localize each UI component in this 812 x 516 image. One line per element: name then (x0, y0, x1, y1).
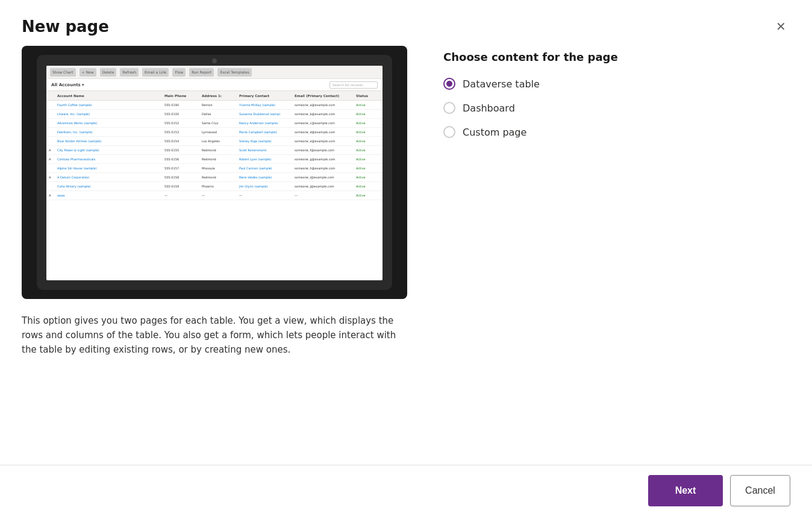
excel-templates-btn: Excel Templates (217, 68, 251, 77)
radio-circle-dataverse (443, 78, 455, 90)
right-panel: Choose content for the page Dataverse ta… (443, 46, 790, 465)
table-row: AContoso Pharmaceuticals555-0156RedmondR… (46, 155, 383, 164)
radio-circle-custom (443, 126, 455, 138)
radio-label-dashboard: Dashboard (463, 102, 515, 114)
preview-image: Show Chart + New Delete Refresh Email a … (22, 46, 407, 299)
table-row: ACity Power & Light (sample)555-0155Redm… (46, 146, 383, 155)
table-row: Fabrikam, Inc. (sample)555-0153LynnwoodM… (46, 128, 383, 137)
screen-table: Account Name Main Phone Address 1: Prima… (46, 91, 383, 280)
next-button[interactable]: Next (648, 475, 723, 506)
all-accounts-label: All Accounts ▾ (51, 83, 84, 87)
table-row: Blue Yonder Airlines (sample)555-0154Los… (46, 137, 383, 146)
close-button[interactable]: ✕ (771, 17, 790, 36)
dialog-body: Show Chart + New Delete Refresh Email a … (0, 46, 812, 465)
content-type-radio-group: Dataverse table Dashboard Custom page (443, 78, 790, 138)
flow-btn: Flow (172, 68, 186, 77)
tablet-frame: Show Chart + New Delete Refresh Email a … (37, 55, 392, 290)
dialog-header: New page ✕ (0, 0, 812, 46)
dialog-footer: Next Cancel (0, 465, 812, 516)
choose-content-title: Choose content for the page (443, 51, 790, 63)
table-row: Alpine Ski House (sample)555-0157Missoul… (46, 164, 383, 173)
screen-subheader: All Accounts ▾ Search for records (46, 79, 383, 91)
table-row: Fourth Coffee (sample)555-0190RentonYvon… (46, 101, 383, 110)
run-report-btn: Run Report (189, 68, 214, 77)
table-row: Coho Winery (sample)555-0159PhoenixJim G… (46, 182, 383, 191)
description-text: This option gives you two pages for each… (22, 313, 407, 357)
radio-option-dataverse[interactable]: Dataverse table (443, 78, 790, 90)
table-row: Aaaaa————Active (46, 191, 383, 200)
show-chart-btn: Show Chart (50, 68, 76, 77)
new-page-dialog: New page ✕ Show Chart + New Delete Refre… (0, 0, 812, 516)
tablet-camera (212, 58, 217, 63)
search-box: Search for records (329, 81, 378, 89)
radio-dot-dataverse (446, 81, 452, 87)
tablet-screen: Show Chart + New Delete Refresh Email a … (46, 66, 383, 280)
table-row: AA Datum Corporation555-0158RedmondRene … (46, 173, 383, 182)
refresh-btn: Refresh (120, 68, 139, 77)
cancel-button[interactable]: Cancel (730, 475, 790, 506)
delete-btn: Delete (100, 68, 117, 77)
new-btn: + New (80, 68, 96, 77)
table-row: Adventure Works (sample)555-0152Santa Cr… (46, 119, 383, 128)
email-link-btn: Email a Link (142, 68, 169, 77)
radio-label-custom: Custom page (463, 127, 526, 138)
left-panel: Show Chart + New Delete Refresh Email a … (22, 46, 407, 465)
radio-option-custom[interactable]: Custom page (443, 126, 790, 138)
table-row: Litware, Inc. (sample)555-0100DallasSusa… (46, 110, 383, 119)
dialog-title: New page (22, 17, 109, 36)
table-header: Account Name Main Phone Address 1: Prima… (46, 91, 383, 101)
radio-option-dashboard[interactable]: Dashboard (443, 102, 790, 114)
radio-circle-dashboard (443, 102, 455, 114)
screen-toolbar: Show Chart + New Delete Refresh Email a … (46, 66, 383, 79)
radio-label-dataverse: Dataverse table (463, 78, 540, 90)
